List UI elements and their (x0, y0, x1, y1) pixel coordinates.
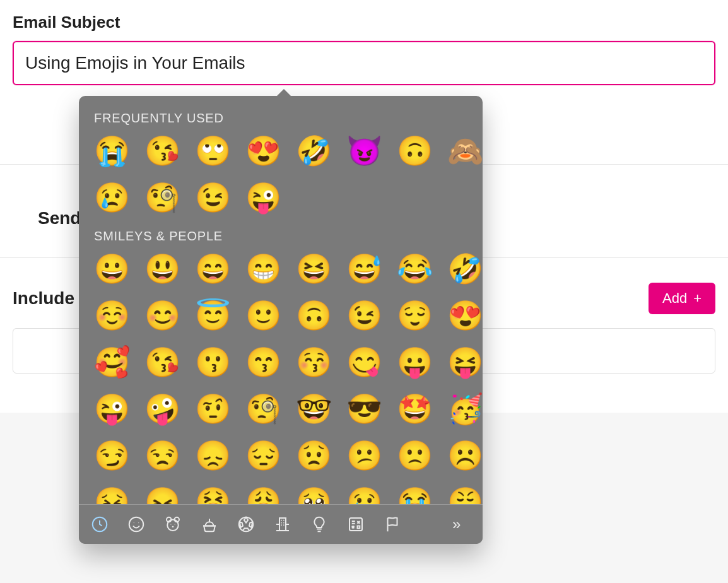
emoji-item[interactable]: 🤣 (296, 133, 331, 168)
send-section-label: Send (38, 208, 81, 228)
more-icon[interactable]: » (452, 515, 471, 534)
flag-icon[interactable] (383, 515, 402, 534)
emoji-item[interactable]: 😕 (346, 438, 382, 473)
emoji-item[interactable]: ☺️ (94, 298, 129, 333)
emoji-item[interactable]: 😫 (195, 485, 230, 504)
emoji-item[interactable]: 😃 (144, 251, 180, 286)
emoji-item[interactable]: 😘 (144, 344, 180, 380)
emoji-item[interactable]: 😁 (245, 251, 281, 286)
svg-point-2 (134, 522, 134, 523)
emoji-item[interactable]: 🤓 (296, 391, 331, 427)
emoji-section-title-frequent: FREQUENTLY USED (94, 111, 470, 126)
emoji-item[interactable]: 😟 (296, 438, 331, 473)
emoji-grid-frequent: 😭😘🙄😍🤣😈🙃🙈😢🧐😉😜 (94, 133, 470, 215)
bear-icon[interactable] (163, 515, 182, 534)
svg-rect-10 (279, 518, 286, 531)
emoji-item[interactable]: 😣 (94, 485, 129, 504)
soccer-icon[interactable] (237, 515, 255, 534)
emoji-item[interactable]: 😭 (397, 485, 432, 504)
emoji-item[interactable]: 🙁 (397, 438, 432, 473)
emoji-category-tabs (90, 515, 402, 534)
emoji-picker-scroll[interactable]: FREQUENTLY USED 😭😘🙄😍🤣😈🙃🙈😢🧐😉😜 SMILEYS & P… (79, 96, 483, 504)
emoji-item[interactable]: 😔 (245, 438, 281, 473)
emoji-item[interactable]: 🥳 (447, 391, 483, 427)
emoji-item[interactable]: 😂 (397, 251, 432, 286)
emoji-item[interactable]: 😄 (195, 251, 230, 286)
emoji-item[interactable]: 😉 (195, 180, 230, 215)
emoji-item[interactable]: 🧐 (245, 391, 281, 427)
building-icon[interactable] (273, 515, 292, 534)
clock-icon[interactable] (90, 515, 109, 534)
symbols-icon[interactable] (346, 515, 365, 534)
emoji-item[interactable]: 😝 (447, 344, 483, 380)
plus-icon: + (693, 292, 702, 305)
emoji-item[interactable]: 😗 (195, 344, 230, 380)
emoji-item[interactable]: 😌 (397, 298, 432, 333)
emoji-item[interactable]: 🥺 (296, 485, 331, 504)
emoji-item[interactable]: 😈 (346, 133, 382, 168)
emoji-item[interactable]: 😉 (346, 298, 382, 333)
emoji-item[interactable]: 😒 (144, 438, 180, 473)
subject-label: Email Subject (13, 13, 715, 32)
emoji-item[interactable]: 🥰 (94, 344, 129, 380)
emoji-item[interactable]: 😆 (296, 251, 331, 286)
emoji-picker: FREQUENTLY USED 😭😘🙄😍🤣😈🙃🙈😢🧐😉😜 SMILEYS & P… (79, 96, 483, 544)
add-button[interactable]: Add + (649, 283, 715, 314)
emoji-item[interactable]: 😅 (346, 251, 382, 286)
emoji-section-title-smileys: SMILEYS & PEOPLE (94, 229, 470, 244)
subject-input[interactable] (13, 41, 715, 85)
emoji-item[interactable]: 😀 (94, 251, 129, 286)
svg-point-6 (167, 519, 179, 531)
smiley-icon[interactable] (127, 515, 146, 534)
emoji-item[interactable]: 😢 (346, 485, 382, 504)
svg-point-8 (175, 524, 175, 524)
emoji-item[interactable]: 😜 (245, 180, 281, 215)
emoji-item[interactable]: 😩 (245, 485, 281, 504)
emoji-item[interactable]: 😇 (195, 298, 230, 333)
include-section-label: Include (13, 288, 74, 309)
emoji-item[interactable]: 🙃 (397, 133, 432, 168)
emoji-item[interactable]: 😍 (245, 133, 281, 168)
emoji-item[interactable]: 😤 (447, 485, 483, 504)
emoji-item[interactable]: 🙃 (296, 298, 331, 333)
emoji-item[interactable]: 😋 (346, 344, 382, 380)
emoji-item[interactable]: 🙄 (195, 133, 230, 168)
svg-point-9 (239, 517, 254, 532)
emoji-grid-smileys: 😀😃😄😁😆😅😂🤣☺️😊😇🙂🙃😉😌😍🥰😘😗😙😚😋😛😝😜🤪🤨🧐🤓😎🤩🥳😏😒😞😔😟😕🙁… (94, 251, 470, 504)
svg-point-3 (138, 522, 139, 523)
food-icon[interactable] (200, 515, 219, 534)
svg-point-1 (129, 517, 144, 532)
emoji-item[interactable]: 😞 (195, 438, 230, 473)
emoji-item[interactable]: 😏 (94, 438, 129, 473)
emoji-picker-footer: » (79, 504, 483, 544)
emoji-item[interactable]: 😙 (245, 344, 281, 380)
add-button-label: Add (662, 290, 687, 307)
emoji-item[interactable]: 😊 (144, 298, 180, 333)
emoji-item[interactable]: 😛 (397, 344, 432, 380)
emoji-item[interactable]: 😢 (94, 180, 129, 215)
emoji-item[interactable]: 😭 (94, 133, 129, 168)
emoji-item[interactable]: 😍 (447, 298, 483, 333)
bulb-icon[interactable] (310, 515, 329, 534)
emoji-item[interactable]: 😖 (144, 485, 180, 504)
emoji-item[interactable]: 🤨 (195, 391, 230, 427)
emoji-item[interactable]: ☹️ (447, 438, 483, 473)
emoji-item[interactable]: 🙂 (245, 298, 281, 333)
emoji-item[interactable]: 🤣 (447, 251, 483, 286)
svg-point-7 (170, 524, 171, 524)
emoji-picker-caret (275, 89, 293, 98)
emoji-item[interactable]: 🙈 (447, 133, 483, 168)
emoji-item[interactable]: 😜 (94, 391, 129, 427)
emoji-item[interactable]: 🧐 (144, 180, 180, 215)
emoji-item[interactable]: 🤩 (397, 391, 432, 427)
emoji-item[interactable]: 😚 (296, 344, 331, 380)
emoji-item[interactable]: 🤪 (144, 391, 180, 427)
emoji-item[interactable]: 😘 (144, 133, 180, 168)
emoji-item[interactable]: 😎 (346, 391, 382, 427)
